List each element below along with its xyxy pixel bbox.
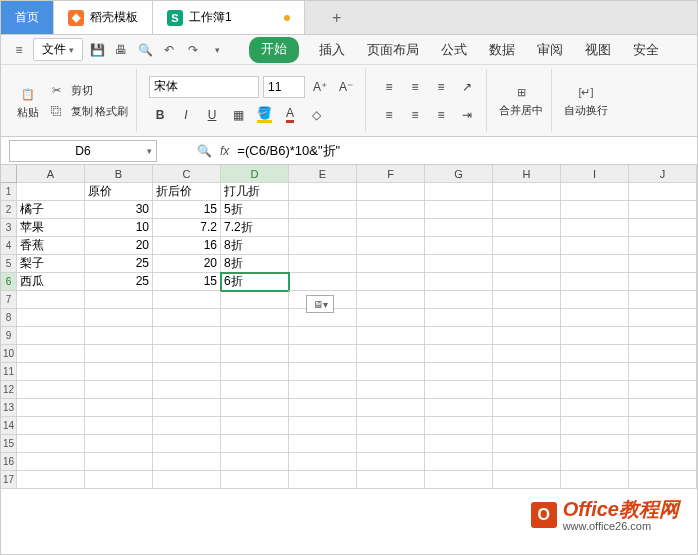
tab-docer[interactable]: ◆ 稻壳模板 — [54, 1, 153, 34]
cell-H11[interactable] — [493, 363, 561, 381]
cell-I8[interactable] — [561, 309, 629, 327]
decrease-font-icon[interactable]: A⁻ — [335, 76, 357, 98]
cell-E10[interactable] — [289, 345, 357, 363]
cell-J16[interactable] — [629, 453, 697, 471]
cell-G6[interactable] — [425, 273, 493, 291]
cell-C5[interactable]: 20 — [153, 255, 221, 273]
cell-H3[interactable] — [493, 219, 561, 237]
cell-C9[interactable] — [153, 327, 221, 345]
cell-J8[interactable] — [629, 309, 697, 327]
cell-B11[interactable] — [85, 363, 153, 381]
cell-I6[interactable] — [561, 273, 629, 291]
cell-D17[interactable] — [221, 471, 289, 489]
cell-C3[interactable]: 7.2 — [153, 219, 221, 237]
cell-B17[interactable] — [85, 471, 153, 489]
ribbon-tab-security[interactable]: 安全 — [631, 37, 661, 63]
col-header-F[interactable]: F — [357, 165, 425, 183]
cell-A12[interactable] — [17, 381, 85, 399]
cell-A3[interactable]: 苹果 — [17, 219, 85, 237]
cell-C11[interactable] — [153, 363, 221, 381]
cell-I12[interactable] — [561, 381, 629, 399]
row-header-9[interactable]: 9 — [1, 327, 17, 345]
cell-H5[interactable] — [493, 255, 561, 273]
cell-F2[interactable] — [357, 201, 425, 219]
cell-B5[interactable]: 25 — [85, 255, 153, 273]
cell-C12[interactable] — [153, 381, 221, 399]
cell-A14[interactable] — [17, 417, 85, 435]
cell-I11[interactable] — [561, 363, 629, 381]
underline-button[interactable]: U — [201, 104, 223, 126]
cell-E13[interactable] — [289, 399, 357, 417]
row-header-6[interactable]: 6 — [1, 273, 17, 291]
cell-G8[interactable] — [425, 309, 493, 327]
cell-B2[interactable]: 30 — [85, 201, 153, 219]
row-header-15[interactable]: 15 — [1, 435, 17, 453]
cell-H7[interactable] — [493, 291, 561, 309]
cell-E17[interactable] — [289, 471, 357, 489]
indent-icon[interactable]: ⇥ — [456, 104, 478, 126]
cell-I3[interactable] — [561, 219, 629, 237]
cell-I2[interactable] — [561, 201, 629, 219]
spreadsheet-grid[interactable]: 1234567891011121314151617 ABCDEFGHIJ 原价折… — [1, 165, 697, 489]
orientation-icon[interactable]: ↗ — [456, 76, 478, 98]
cell-G16[interactable] — [425, 453, 493, 471]
cell-H15[interactable] — [493, 435, 561, 453]
cell-G14[interactable] — [425, 417, 493, 435]
ribbon-tab-insert[interactable]: 插入 — [317, 37, 347, 63]
cell-D7[interactable] — [221, 291, 289, 309]
cell-E3[interactable] — [289, 219, 357, 237]
cell-H8[interactable] — [493, 309, 561, 327]
paste-button[interactable]: 📋 粘贴 — [17, 85, 39, 120]
cell-A15[interactable] — [17, 435, 85, 453]
new-tab-button[interactable]: + — [305, 1, 369, 34]
formula-bar[interactable] — [237, 143, 537, 158]
row-header-13[interactable]: 13 — [1, 399, 17, 417]
cell-J3[interactable] — [629, 219, 697, 237]
fx-icon[interactable]: fx — [220, 144, 229, 158]
cell-B10[interactable] — [85, 345, 153, 363]
cell-E6[interactable] — [289, 273, 357, 291]
cell-F15[interactable] — [357, 435, 425, 453]
col-header-C[interactable]: C — [153, 165, 221, 183]
cell-A10[interactable] — [17, 345, 85, 363]
row-header-2[interactable]: 2 — [1, 201, 17, 219]
cell-F9[interactable] — [357, 327, 425, 345]
row-header-17[interactable]: 17 — [1, 471, 17, 489]
cell-H16[interactable] — [493, 453, 561, 471]
cell-I14[interactable] — [561, 417, 629, 435]
merge-center-button[interactable]: ⊞ 合并居中 — [499, 83, 543, 118]
cell-H9[interactable] — [493, 327, 561, 345]
cell-D15[interactable] — [221, 435, 289, 453]
cell-E4[interactable] — [289, 237, 357, 255]
cell-A8[interactable] — [17, 309, 85, 327]
trace-icon[interactable]: 🔍 — [197, 144, 212, 158]
cell-G15[interactable] — [425, 435, 493, 453]
autofill-options-icon[interactable]: 🖥▾ — [306, 295, 334, 313]
cell-J17[interactable] — [629, 471, 697, 489]
cell-B12[interactable] — [85, 381, 153, 399]
cell-H4[interactable] — [493, 237, 561, 255]
cell-E5[interactable] — [289, 255, 357, 273]
cell-C10[interactable] — [153, 345, 221, 363]
col-header-J[interactable]: J — [629, 165, 697, 183]
cell-I7[interactable] — [561, 291, 629, 309]
cell-B8[interactable] — [85, 309, 153, 327]
cell-H10[interactable] — [493, 345, 561, 363]
align-center-icon[interactable]: ≡ — [404, 104, 426, 126]
cell-D4[interactable]: 8折 — [221, 237, 289, 255]
row-header-8[interactable]: 8 — [1, 309, 17, 327]
clear-format-button[interactable]: ◇ — [305, 104, 327, 126]
cell-G5[interactable] — [425, 255, 493, 273]
cell-A9[interactable] — [17, 327, 85, 345]
font-family-select[interactable] — [149, 76, 259, 98]
bold-button[interactable]: B — [149, 104, 171, 126]
cell-A17[interactable] — [17, 471, 85, 489]
app-menu-icon[interactable]: ≡ — [9, 40, 29, 60]
cell-A7[interactable] — [17, 291, 85, 309]
cell-D2[interactable]: 5折 — [221, 201, 289, 219]
cell-D14[interactable] — [221, 417, 289, 435]
cell-H2[interactable] — [493, 201, 561, 219]
cell-B6[interactable]: 25 — [85, 273, 153, 291]
cell-F3[interactable] — [357, 219, 425, 237]
cell-J2[interactable] — [629, 201, 697, 219]
